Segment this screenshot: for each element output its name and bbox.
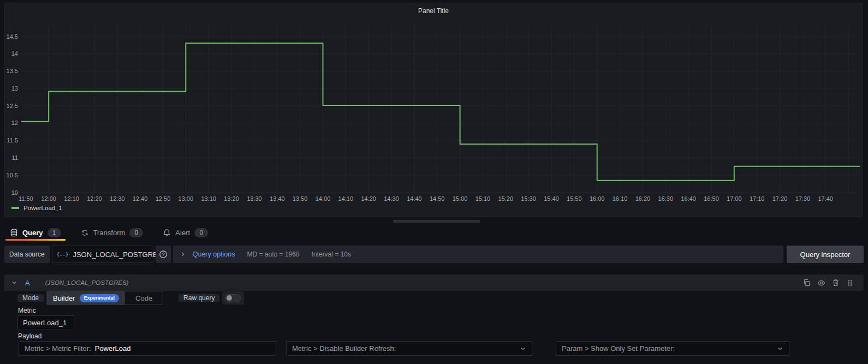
svg-text:14.5: 14.5 (7, 33, 18, 40)
svg-text:14:20: 14:20 (361, 195, 376, 202)
mode-segmented-control: Builder Experimental Code (46, 291, 163, 305)
svg-text:10: 10 (11, 189, 18, 196)
svg-text:14: 14 (11, 50, 18, 57)
svg-text:13:00: 13:00 (179, 195, 194, 202)
svg-text:15:20: 15:20 (498, 195, 514, 202)
svg-text:11: 11 (12, 154, 18, 161)
query-options-bar[interactable]: Query options MD = auto = 1968 Interval … (173, 246, 783, 263)
datasource-picker[interactable]: {..} JSON_LOCAL_POSTGRES (52, 246, 153, 263)
grafana-panel-editor: Panel Title 11:5012:0012:1012:2012:3012:… (0, 0, 868, 364)
delete-query-button[interactable] (832, 279, 840, 287)
hide-query-button[interactable] (817, 279, 825, 287)
svg-text:15:10: 15:10 (475, 195, 491, 202)
toggle-track (225, 294, 241, 302)
query-options-interval: Interval = 10s (312, 250, 351, 258)
svg-text:13:30: 13:30 (247, 195, 262, 202)
datasource-label: Data source (4, 246, 50, 263)
svg-text:16:20: 16:20 (635, 195, 651, 202)
tab-transform-label: Transform (93, 229, 126, 237)
chevron-down-icon (777, 345, 783, 352)
datasource-help-button[interactable]: ? (156, 246, 171, 263)
chevron-down-icon (11, 279, 17, 286)
copy-icon (803, 279, 811, 287)
svg-text:17:20: 17:20 (772, 195, 788, 202)
svg-text:12:40: 12:40 (133, 195, 148, 202)
query-options-toggle[interactable]: Query options (193, 250, 235, 258)
tab-alert[interactable]: Alert 0 (163, 224, 208, 241)
tab-alert-count: 0 (194, 228, 208, 237)
svg-text:13:10: 13:10 (201, 195, 216, 202)
datasource-row: Data source {..} JSON_LOCAL_POSTGRES ? Q… (4, 246, 864, 263)
svg-text:?: ? (162, 252, 164, 257)
tab-query[interactable]: Query 1 (10, 224, 61, 241)
svg-text:17:40: 17:40 (818, 195, 833, 202)
mode-builder-label: Builder (53, 294, 75, 302)
svg-text:11:50: 11:50 (19, 195, 33, 202)
legend-series-label[interactable]: PowerLoad_1 (23, 205, 62, 211)
mode-label: Mode (17, 294, 44, 302)
eye-icon (817, 279, 825, 287)
collapse-query-button[interactable] (11, 279, 17, 286)
query-datasource-hint: (JSON_LOCAL_POSTGRES) (45, 279, 129, 286)
svg-text:16:10: 16:10 (613, 195, 628, 202)
tab-query-label: Query (22, 229, 43, 237)
payload-label: Payload (18, 332, 41, 340)
chevron-right-icon (180, 251, 186, 258)
svg-text:16:30: 16:30 (658, 195, 674, 202)
svg-text:17:00: 17:00 (727, 195, 742, 202)
datasource-picker-value: JSON_LOCAL_POSTGRES (73, 250, 162, 259)
svg-text:16:40: 16:40 (681, 195, 696, 202)
svg-text:12:50: 12:50 (156, 195, 171, 202)
mode-builder-option[interactable]: Builder Experimental (47, 291, 125, 305)
svg-text:13:50: 13:50 (293, 195, 308, 202)
drag-query-handle[interactable] (846, 279, 854, 287)
payload-disable-builder-refresh-field[interactable]: Metric > Disable Builder Refresh: (286, 341, 532, 356)
time-series-panel: Panel Title 11:5012:0012:1012:2012:3012:… (4, 3, 863, 217)
timeseries-chart[interactable]: 11:5012:0012:1012:2012:3012:4012:5013:00… (5, 20, 862, 206)
metric-select[interactable]: PowerLoad_1 (17, 315, 74, 330)
svg-text:14:50: 14:50 (430, 195, 445, 202)
query-ref-id[interactable]: A (25, 279, 30, 287)
mode-code-option[interactable]: Code (125, 291, 163, 305)
query-inspector-button[interactable]: Query inspector (787, 246, 864, 263)
svg-text:14:10: 14:10 (338, 195, 354, 202)
editor-tabs: Query 1 Transform 0 Alert 0 (10, 224, 208, 241)
svg-text:13: 13 (11, 85, 18, 92)
database-icon (10, 229, 18, 237)
toggle-knob (227, 295, 232, 301)
pane-resize-handle[interactable] (393, 220, 480, 223)
payload-show-only-set-parameter-field[interactable]: Param > Show Only Set Parameter: (556, 341, 789, 356)
svg-text:12:20: 12:20 (87, 195, 102, 202)
mode-row: Mode Builder Experimental Code Raw query (17, 291, 244, 305)
svg-text:12:10: 12:10 (64, 195, 79, 202)
panel-title[interactable]: Panel Title (5, 7, 862, 15)
duplicate-query-button[interactable] (803, 279, 811, 287)
svg-text:15:30: 15:30 (521, 195, 536, 202)
svg-text:15:40: 15:40 (544, 195, 559, 202)
raw-query-toggle[interactable] (222, 291, 244, 305)
legend-series-swatch (11, 207, 19, 209)
question-circle-icon: ? (159, 250, 168, 259)
svg-text:13:40: 13:40 (270, 195, 285, 202)
svg-text:16:50: 16:50 (704, 195, 719, 202)
svg-text:14:30: 14:30 (384, 195, 399, 202)
svg-text:10.5: 10.5 (7, 172, 18, 178)
trash-icon (832, 279, 840, 287)
grip-dots-icon (846, 279, 854, 287)
payload-show-only-set-parameter-label: Param > Show Only Set Parameter: (562, 344, 675, 353)
metric-label: Metric (18, 307, 36, 314)
payload-metric-filter-value[interactable]: PowerLoad (95, 344, 131, 353)
svg-text:15:50: 15:50 (567, 195, 582, 202)
bell-icon (163, 229, 171, 237)
svg-text:15:00: 15:00 (453, 195, 468, 202)
tab-transform[interactable]: Transform 0 (81, 224, 144, 241)
svg-text:14:00: 14:00 (316, 195, 331, 202)
payload-metric-filter-field[interactable]: Metric > Metric Filter: PowerLoad (19, 341, 276, 356)
svg-text:12: 12 (11, 120, 18, 126)
svg-text:12:00: 12:00 (41, 195, 56, 202)
svg-text:11.5: 11.5 (7, 137, 18, 144)
svg-text:13:20: 13:20 (224, 195, 239, 202)
json-datasource-icon: {..} (57, 252, 69, 257)
raw-query-label: Raw query (179, 294, 219, 302)
query-row-header: A (JSON_LOCAL_POSTGRES) (4, 275, 864, 291)
